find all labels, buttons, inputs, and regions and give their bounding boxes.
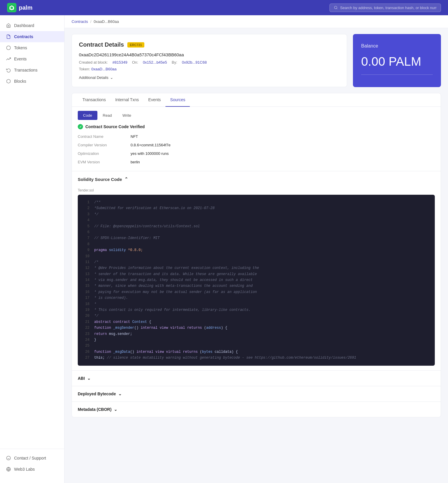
chevron-down-icon-abi: ⌄ (87, 376, 91, 381)
search-bar[interactable] (329, 4, 441, 12)
metadata-cbor-label: Metadata (CBOR) (78, 407, 111, 412)
code-token: msg.sender; (107, 332, 132, 336)
code-token: // silence state mutability warning with… (107, 356, 356, 360)
sidebar-item-dashboard[interactable]: Dashboard (0, 20, 64, 31)
sub-tab-code[interactable]: Code (78, 111, 97, 120)
line-number: 19 (82, 307, 89, 313)
sidebar: Dashboard Contracts Tokens (0, 15, 65, 483)
breadcrumb-separator: / (90, 19, 92, 24)
trending-up-icon (6, 56, 11, 62)
tab-sources[interactable]: Sources (165, 93, 190, 107)
tab-events[interactable]: Events (143, 93, 165, 107)
sidebar-item-contact-support[interactable]: Contact / Support (0, 453, 64, 464)
code-line: 4 (82, 217, 430, 223)
code-token: * manner, since when dealing with meta-t… (94, 284, 253, 288)
sidebar-item-blocks[interactable]: Blocks (0, 76, 64, 87)
block-link[interactable]: #815349 (112, 60, 127, 65)
additional-details-toggle[interactable]: Additional Details ⌄ (79, 75, 340, 80)
sidebar-item-transactions[interactable]: Transactions (0, 65, 64, 76)
home-icon (6, 23, 11, 28)
code-token: _msgSender (113, 326, 134, 330)
line-number: 25 (82, 343, 89, 349)
abi-section[interactable]: ABI ⌄ (72, 370, 441, 386)
by-label: By: (172, 60, 177, 65)
code-token: ( (202, 326, 206, 330)
additional-details-label: Additional Details (79, 75, 108, 80)
code-token (111, 350, 113, 354)
breadcrumb-contracts-link[interactable]: Contracts (72, 19, 88, 24)
metadata-cbor-section[interactable]: Metadata (CBOR) ⌄ (72, 401, 441, 417)
sidebar-item-contracts[interactable]: Contracts (0, 31, 64, 42)
tab-transactions[interactable]: Transactions (78, 93, 111, 107)
code-line: 18 * (82, 301, 430, 307)
code-line: 17 * is concerned). (82, 295, 430, 301)
details-row: Contract Details ERC721 0xaaDc2D4261199c… (72, 34, 441, 87)
code-token: virtual (170, 326, 185, 330)
code-token: address (206, 326, 221, 330)
code-line: 24 } (82, 337, 430, 343)
chevron-down-icon: ⌄ (110, 75, 113, 80)
logo-text: palm (19, 4, 33, 11)
line-number: 23 (82, 331, 89, 337)
code-token: ) { (221, 326, 227, 330)
info-value-compiler: 0.8.6+commit.11564f7e (131, 143, 170, 147)
sub-tab-read[interactable]: Read (97, 111, 117, 120)
search-icon (334, 6, 338, 10)
info-row-compiler: Compiler Version 0.8.6+commit.11564f7e (78, 141, 435, 149)
contract-info-table: Contract Name NFT Compiler Version 0.8.6… (72, 132, 441, 171)
line-number: 9 (82, 247, 89, 253)
line-number: 4 (82, 217, 89, 223)
code-line: 11/* (82, 259, 430, 265)
sub-tab-write[interactable]: Write (117, 111, 136, 120)
line-number: 17 (82, 295, 89, 301)
verified-row: ✓ Contract Source Code Verified (72, 120, 441, 132)
line-code: /** (94, 199, 101, 205)
sub-tabs-row: Code Read Write (72, 107, 441, 120)
sidebar-item-events-label: Events (14, 57, 27, 61)
sidebar-item-tokens-label: Tokens (14, 45, 27, 50)
code-token: function (94, 350, 111, 354)
contract-address: 0xaaDc2D4261199ce24A4B0a57370c4FCf43BB60… (79, 52, 340, 57)
line-number: 24 (82, 337, 89, 343)
code-token: returns (187, 326, 202, 330)
code-line: 23 return msg.sender; (82, 331, 430, 337)
deployed-bytecode-section[interactable]: Deployed Bytecode ⌄ (72, 386, 441, 401)
code-token: view (160, 326, 168, 330)
token-link[interactable]: 0xaaD...B60aa (91, 67, 116, 71)
code-token: *Submitted for verification at Etherscan… (94, 206, 214, 210)
sidebar-item-transactions-label: Transactions (14, 68, 38, 72)
source-title[interactable]: Solidity Source Code ⌃ (78, 177, 435, 182)
circle-icon (6, 45, 11, 50)
verified-icon: ✓ (78, 124, 83, 129)
info-value-evm: berlin (131, 160, 140, 164)
search-input[interactable] (340, 6, 437, 10)
app-layout: Dashboard Contracts Tokens (0, 15, 448, 483)
code-line: 5// File: @openzeppelin/contracts/utils/… (82, 223, 430, 229)
sidebar-item-web3-labs[interactable]: Web3 Labs (0, 464, 64, 475)
code-line: 27 this; // silence state mutability war… (82, 355, 430, 361)
sidebar-item-events[interactable]: Events (0, 53, 64, 65)
line-code: function _msgData() internal view virtua… (94, 349, 238, 355)
code-token: { (147, 320, 151, 324)
contract-title-row: Contract Details ERC721 (79, 41, 340, 48)
line-number: 27 (82, 355, 89, 361)
on-link[interactable]: 0x152...b45e5 (143, 60, 167, 65)
line-number: 10 (82, 253, 89, 259)
code-line: 9pragma solidity ^0.8.0; (82, 247, 430, 253)
line-code: * This contract is only required for int… (94, 307, 251, 313)
code-token: Context (132, 320, 147, 324)
tab-internal-txns[interactable]: Internal Txns (111, 93, 144, 107)
source-section: Solidity Source Code ⌃ (72, 171, 441, 188)
code-line: 3 */ (82, 211, 430, 217)
line-code: /* (94, 259, 98, 265)
code-token: return (94, 332, 107, 336)
code-token: * @dev Provides information about the cu… (94, 266, 259, 270)
code-token: () (130, 350, 136, 354)
line-code: * paying for execution may not be the ac… (94, 289, 257, 295)
sidebar-item-tokens[interactable]: Tokens (0, 42, 64, 53)
tabs-card: Transactions Internal Txns Events Source… (72, 93, 441, 417)
globe-icon (6, 467, 11, 472)
chevron-down-icon-metadata: ⌄ (114, 407, 117, 412)
by-link[interactable]: 0x92b...91C68 (182, 60, 207, 65)
code-token: _msgData (113, 350, 130, 354)
